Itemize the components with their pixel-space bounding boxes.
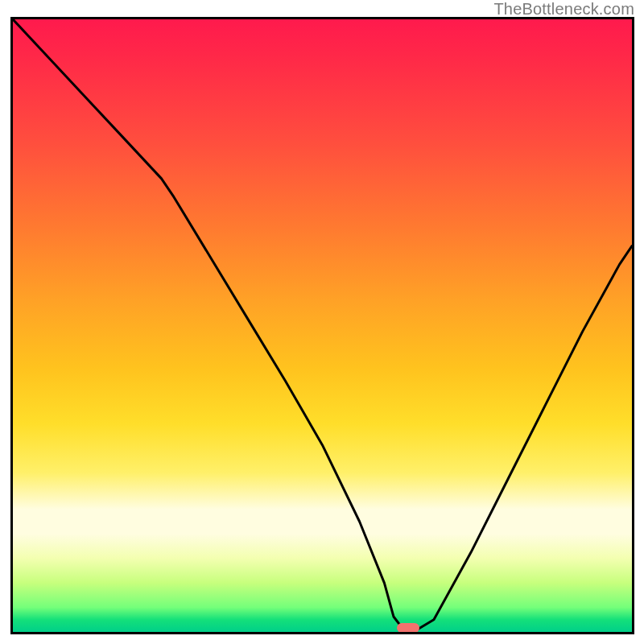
bottleneck-curve (13, 19, 632, 632)
optimal-point-marker (397, 623, 419, 633)
plot-area (10, 17, 634, 634)
watermark-text: TheBottleneck.com (493, 0, 634, 19)
bottleneck-chart: TheBottleneck.com (0, 0, 644, 644)
